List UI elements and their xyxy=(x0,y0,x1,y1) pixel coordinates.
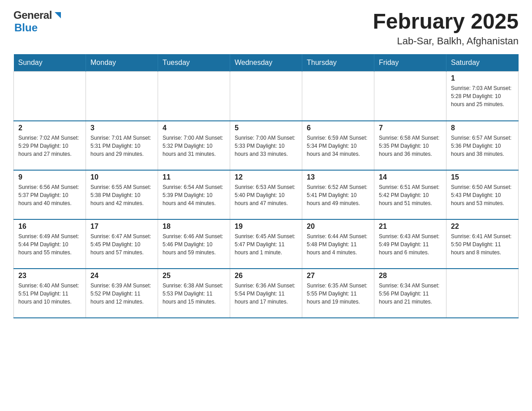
day-info: Sunrise: 6:47 AM Sunset: 5:45 PM Dayligh… xyxy=(90,232,153,257)
day-number: 21 xyxy=(379,223,442,231)
day-info: Sunrise: 7:01 AM Sunset: 5:31 PM Dayligh… xyxy=(90,134,153,158)
day-info: Sunrise: 6:44 AM Sunset: 5:48 PM Dayligh… xyxy=(307,232,369,257)
calendar-cell xyxy=(302,72,374,121)
logo: General Blue xyxy=(13,9,63,34)
calendar-cell: 27Sunrise: 6:35 AM Sunset: 5:55 PM Dayli… xyxy=(302,269,374,318)
day-info: Sunrise: 6:56 AM Sunset: 5:37 PM Dayligh… xyxy=(18,183,81,207)
logo-triangle-icon xyxy=(53,10,63,20)
day-number: 13 xyxy=(307,173,369,181)
calendar-cell: 22Sunrise: 6:41 AM Sunset: 5:50 PM Dayli… xyxy=(446,219,519,269)
day-number: 10 xyxy=(90,173,153,181)
weekday-header-tuesday: Tuesday xyxy=(158,54,230,72)
calendar-cell: 16Sunrise: 6:49 AM Sunset: 5:44 PM Dayli… xyxy=(14,219,86,269)
day-number: 4 xyxy=(163,124,225,132)
day-number: 11 xyxy=(163,173,225,181)
page-header: General Blue February 2025 Lab-Sar, Balk… xyxy=(13,9,519,47)
day-info: Sunrise: 6:49 AM Sunset: 5:44 PM Dayligh… xyxy=(18,232,81,257)
calendar-cell: 8Sunrise: 6:57 AM Sunset: 5:36 PM Daylig… xyxy=(446,121,519,170)
day-number: 16 xyxy=(18,223,81,231)
calendar-cell: 2Sunrise: 7:02 AM Sunset: 5:29 PM Daylig… xyxy=(14,121,86,170)
calendar-table: SundayMondayTuesdayWednesdayThursdayFrid… xyxy=(13,54,519,318)
calendar-cell: 1Sunrise: 7:03 AM Sunset: 5:28 PM Daylig… xyxy=(446,72,519,121)
day-info: Sunrise: 6:36 AM Sunset: 5:54 PM Dayligh… xyxy=(235,282,297,306)
calendar-cell: 5Sunrise: 7:00 AM Sunset: 5:33 PM Daylig… xyxy=(230,121,302,170)
day-info: Sunrise: 6:58 AM Sunset: 5:35 PM Dayligh… xyxy=(379,134,442,158)
day-number: 3 xyxy=(90,124,153,132)
calendar-cell: 18Sunrise: 6:46 AM Sunset: 5:46 PM Dayli… xyxy=(158,219,230,269)
day-info: Sunrise: 7:00 AM Sunset: 5:33 PM Dayligh… xyxy=(235,134,297,158)
weekday-header-saturday: Saturday xyxy=(446,54,519,72)
weekday-header-sunday: Sunday xyxy=(14,54,86,72)
calendar-body: 1Sunrise: 7:03 AM Sunset: 5:28 PM Daylig… xyxy=(14,72,519,318)
logo-general-text: General xyxy=(13,9,52,21)
day-number: 15 xyxy=(451,173,514,181)
day-info: Sunrise: 6:35 AM Sunset: 5:55 PM Dayligh… xyxy=(307,282,369,306)
calendar-cell: 24Sunrise: 6:39 AM Sunset: 5:52 PM Dayli… xyxy=(86,269,158,318)
calendar-cell: 6Sunrise: 6:59 AM Sunset: 5:34 PM Daylig… xyxy=(302,121,374,170)
calendar-cell: 20Sunrise: 6:44 AM Sunset: 5:48 PM Dayli… xyxy=(302,219,374,269)
weekday-header-wednesday: Wednesday xyxy=(230,54,302,72)
day-number: 23 xyxy=(18,272,81,280)
day-number: 24 xyxy=(90,272,153,280)
day-info: Sunrise: 6:45 AM Sunset: 5:47 PM Dayligh… xyxy=(235,232,297,257)
calendar-cell xyxy=(158,72,230,121)
calendar-week-row: 9Sunrise: 6:56 AM Sunset: 5:37 PM Daylig… xyxy=(14,170,519,219)
calendar-cell: 14Sunrise: 6:51 AM Sunset: 5:42 PM Dayli… xyxy=(374,170,446,219)
day-number: 1 xyxy=(451,74,514,82)
calendar-cell: 23Sunrise: 6:40 AM Sunset: 5:51 PM Dayli… xyxy=(14,269,86,318)
day-number: 7 xyxy=(379,124,442,132)
calendar-week-row: 23Sunrise: 6:40 AM Sunset: 5:51 PM Dayli… xyxy=(14,269,519,318)
day-number: 17 xyxy=(90,223,153,231)
logo-blue-text: Blue xyxy=(14,21,38,34)
weekday-header-thursday: Thursday xyxy=(302,54,374,72)
calendar-cell: 19Sunrise: 6:45 AM Sunset: 5:47 PM Dayli… xyxy=(230,219,302,269)
day-info: Sunrise: 7:00 AM Sunset: 5:32 PM Dayligh… xyxy=(163,134,225,158)
day-info: Sunrise: 6:54 AM Sunset: 5:39 PM Dayligh… xyxy=(163,183,225,207)
calendar-cell: 17Sunrise: 6:47 AM Sunset: 5:45 PM Dayli… xyxy=(86,219,158,269)
page-subtitle: Lab-Sar, Balkh, Afghanistan xyxy=(373,35,519,47)
day-number: 28 xyxy=(379,272,442,280)
day-info: Sunrise: 6:41 AM Sunset: 5:50 PM Dayligh… xyxy=(451,232,514,257)
calendar-cell: 4Sunrise: 7:00 AM Sunset: 5:32 PM Daylig… xyxy=(158,121,230,170)
day-number: 5 xyxy=(235,124,297,132)
calendar-week-row: 1Sunrise: 7:03 AM Sunset: 5:28 PM Daylig… xyxy=(14,72,519,121)
day-number: 8 xyxy=(451,124,514,132)
day-info: Sunrise: 6:38 AM Sunset: 5:53 PM Dayligh… xyxy=(163,282,225,306)
weekday-header-friday: Friday xyxy=(374,54,446,72)
calendar-cell: 12Sunrise: 6:53 AM Sunset: 5:40 PM Dayli… xyxy=(230,170,302,219)
svg-marker-0 xyxy=(55,12,61,18)
calendar-cell: 11Sunrise: 6:54 AM Sunset: 5:39 PM Dayli… xyxy=(158,170,230,219)
day-number: 20 xyxy=(307,223,369,231)
calendar-cell: 28Sunrise: 6:34 AM Sunset: 5:56 PM Dayli… xyxy=(374,269,446,318)
weekday-header-row: SundayMondayTuesdayWednesdayThursdayFrid… xyxy=(14,54,519,72)
calendar-cell: 9Sunrise: 6:56 AM Sunset: 5:37 PM Daylig… xyxy=(14,170,86,219)
calendar-cell: 21Sunrise: 6:43 AM Sunset: 5:49 PM Dayli… xyxy=(374,219,446,269)
day-info: Sunrise: 6:46 AM Sunset: 5:46 PM Dayligh… xyxy=(163,232,225,257)
calendar-header: SundayMondayTuesdayWednesdayThursdayFrid… xyxy=(14,54,519,72)
calendar-week-row: 2Sunrise: 7:02 AM Sunset: 5:29 PM Daylig… xyxy=(14,121,519,170)
day-info: Sunrise: 6:53 AM Sunset: 5:40 PM Dayligh… xyxy=(235,183,297,207)
day-info: Sunrise: 6:52 AM Sunset: 5:41 PM Dayligh… xyxy=(307,183,369,207)
day-number: 18 xyxy=(163,223,225,231)
calendar-cell: 13Sunrise: 6:52 AM Sunset: 5:41 PM Dayli… xyxy=(302,170,374,219)
day-number: 14 xyxy=(379,173,442,181)
calendar-cell xyxy=(86,72,158,121)
day-info: Sunrise: 6:34 AM Sunset: 5:56 PM Dayligh… xyxy=(379,282,442,306)
day-number: 26 xyxy=(235,272,297,280)
calendar-cell: 10Sunrise: 6:55 AM Sunset: 5:38 PM Dayli… xyxy=(86,170,158,219)
calendar-cell xyxy=(14,72,86,121)
day-number: 2 xyxy=(18,124,81,132)
calendar-cell: 25Sunrise: 6:38 AM Sunset: 5:53 PM Dayli… xyxy=(158,269,230,318)
calendar-cell xyxy=(446,269,519,318)
day-info: Sunrise: 7:02 AM Sunset: 5:29 PM Dayligh… xyxy=(18,134,81,158)
calendar-cell xyxy=(374,72,446,121)
day-info: Sunrise: 6:59 AM Sunset: 5:34 PM Dayligh… xyxy=(307,134,369,158)
day-number: 12 xyxy=(235,173,297,181)
day-number: 19 xyxy=(235,223,297,231)
calendar-cell: 15Sunrise: 6:50 AM Sunset: 5:43 PM Dayli… xyxy=(446,170,519,219)
calendar-cell: 26Sunrise: 6:36 AM Sunset: 5:54 PM Dayli… xyxy=(230,269,302,318)
day-number: 22 xyxy=(451,223,514,231)
calendar-week-row: 16Sunrise: 6:49 AM Sunset: 5:44 PM Dayli… xyxy=(14,219,519,269)
day-number: 9 xyxy=(18,173,81,181)
weekday-header-monday: Monday xyxy=(86,54,158,72)
